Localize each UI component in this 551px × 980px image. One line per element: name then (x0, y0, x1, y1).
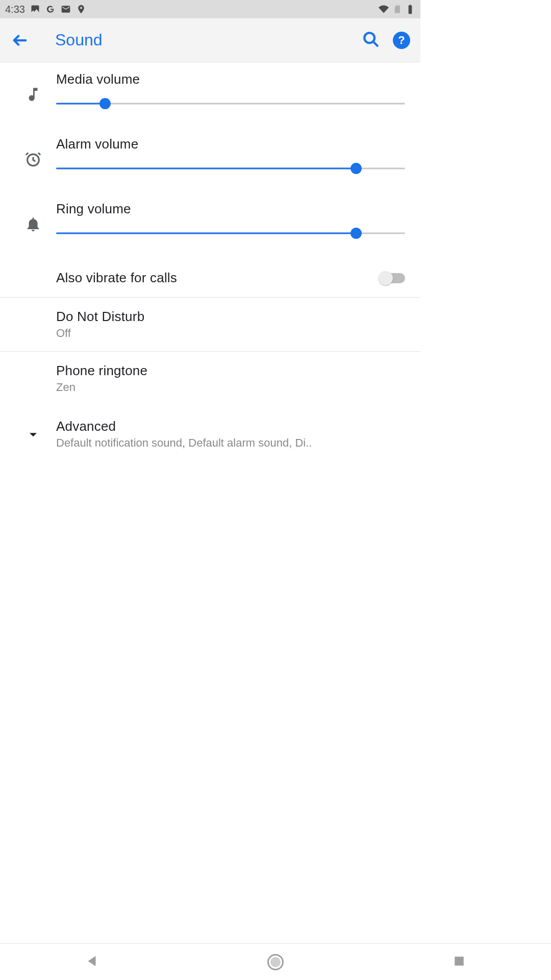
ring-volume-row: Ring volume (0, 194, 420, 259)
battery-icon (405, 4, 415, 14)
music-note-icon (10, 86, 56, 103)
do-not-disturb-label: Do Not Disturb (56, 309, 405, 325)
advanced-label: Advanced (56, 419, 405, 434)
gmail-icon (61, 4, 71, 14)
google-icon (45, 4, 56, 14)
phone-ringtone-label: Phone ringtone (56, 363, 405, 379)
back-button[interactable] (7, 28, 33, 53)
phone-ringtone-row[interactable]: Phone ringtone Zen (0, 352, 420, 405)
status-bar: 4:33 (0, 0, 420, 18)
media-volume-label: Media volume (56, 71, 405, 87)
advanced-row[interactable]: Advanced Default notification sound, Def… (0, 405, 420, 461)
alarm-volume-row: Alarm volume (0, 129, 420, 194)
ring-volume-slider[interactable] (56, 223, 405, 243)
status-time: 4:33 (5, 4, 25, 15)
help-button[interactable]: ? (393, 32, 410, 49)
wifi-icon (379, 4, 389, 14)
location-icon (76, 4, 86, 14)
vibrate-for-calls-switch[interactable] (379, 271, 405, 286)
ring-volume-label: Ring volume (56, 201, 405, 217)
do-not-disturb-row[interactable]: Do Not Disturb Off (0, 298, 420, 351)
do-not-disturb-value: Off (56, 327, 405, 340)
vibrate-for-calls-row[interactable]: Also vibrate for calls (0, 259, 420, 297)
bell-icon (10, 215, 56, 233)
app-bar: Sound ? (0, 18, 420, 62)
settings-content: Media volume Alarm volume Ring v (0, 62, 420, 461)
phone-ringtone-value: Zen (56, 381, 405, 394)
advanced-summary: Default notification sound, Default alar… (56, 436, 405, 450)
media-volume-slider[interactable] (56, 93, 405, 114)
chevron-down-icon (10, 426, 56, 443)
photos-icon (30, 4, 40, 14)
vibrate-for-calls-label: Also vibrate for calls (56, 270, 379, 286)
alarm-volume-slider[interactable] (56, 158, 405, 179)
alarm-clock-icon (10, 151, 56, 168)
search-button[interactable] (362, 31, 380, 50)
alarm-volume-label: Alarm volume (56, 136, 405, 152)
media-volume-row: Media volume (0, 62, 420, 129)
page-title: Sound (55, 31, 103, 50)
no-sim-icon (392, 4, 402, 14)
